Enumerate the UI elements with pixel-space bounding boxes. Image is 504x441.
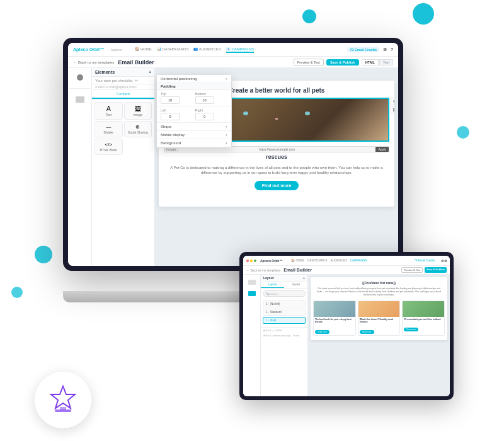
email-subtitle: A Pet Co <info@apteco.com> — [95, 85, 137, 89]
apply-button[interactable]: Apply — [375, 147, 389, 152]
email-template-name: Your new pet checklist — [95, 79, 132, 83]
nav-campaigns[interactable]: 📧 CAMPAIGNS — [226, 47, 254, 53]
top-label: Top — [161, 92, 193, 96]
top-nav: Apteco Orbit™ Apteco 🏠 HOME 📊 DASHBOARDS… — [68, 43, 398, 57]
rescue-text: rescues — [266, 154, 287, 160]
bottom-label: Bottom — [195, 92, 228, 96]
positioning-dropdown[interactable]: Horizontal positioning ▾ — [157, 75, 231, 83]
social-label: Social Sharing — [128, 130, 148, 134]
small-nav-home[interactable]: 🏠 HOME — [291, 259, 304, 262]
html-icon: </> — [105, 142, 112, 147]
minimize-dot[interactable] — [250, 260, 253, 262]
shape-chevron-icon: ▾ — [226, 125, 227, 129]
small-tab-layout[interactable]: Layout — [261, 282, 284, 288]
preview-button[interactable]: Preview & Text — [294, 59, 324, 66]
small-settings-icon[interactable]: ⚙ ⚙ — [441, 259, 447, 263]
nav-dashboards[interactable]: 📊 DASHBOARDS — [157, 47, 189, 53]
layout-item-3[interactable]: 1 - Inset — [263, 317, 306, 324]
image-toolbar: ⧉ 🗑 — [391, 98, 394, 113]
layout-item-1[interactable]: 1 - (No left) — [263, 301, 306, 307]
elements-icon-shape — [76, 96, 84, 103]
html-label: HTML Block — [100, 148, 117, 152]
padding-right-input[interactable] — [195, 113, 214, 120]
nav-home[interactable]: 🏠 HOME — [135, 47, 152, 53]
small-card-btn-1[interactable]: Read more — [315, 330, 329, 334]
elements-panel-header: Elements + — [92, 68, 154, 77]
small-icon-shape-2 — [248, 291, 256, 296]
tab-html[interactable]: HTML — [362, 59, 379, 66]
small-sub-header: ← Back to my templates Email Builder Pre… — [243, 266, 450, 275]
small-horizontal-label: A Pet Co Horizontal logo - footer — [261, 333, 307, 338]
small-publish-btn[interactable]: Save & Publish — [425, 267, 447, 273]
sidebar-divider — [69, 88, 90, 89]
tab-text[interactable]: Text — [379, 59, 393, 66]
laptop-screen-bezel: Apteco Orbit™ Apteco 🏠 HOME 📊 DASHBOARDS… — [63, 38, 403, 271]
padding-top-field: Top — [161, 92, 193, 104]
background-label: Background — [161, 141, 181, 145]
small-tab-saved[interactable]: Saved — [284, 282, 307, 288]
sidebar-elements-icon[interactable] — [71, 93, 89, 106]
window-controls — [246, 260, 256, 262]
small-sidebar-icon-1[interactable] — [244, 277, 260, 288]
small-nav-campaigns[interactable]: CAMPAIGNS — [350, 259, 367, 262]
element-divider[interactable]: — Divider — [94, 121, 123, 137]
add-icon[interactable]: + — [149, 70, 151, 74]
close-dot[interactable] — [246, 260, 249, 262]
publish-button[interactable]: Save & Publish — [326, 59, 359, 66]
shape-dropdown[interactable]: Shape ▾ — [157, 123, 231, 131]
element-social[interactable]: ⊕ Social Sharing — [124, 121, 152, 137]
element-image[interactable]: 🖼 Image — [124, 102, 152, 120]
small-card-btn-3[interactable]: Read more — [404, 328, 418, 331]
small-back-btn[interactable]: ← Back to my templates — [246, 268, 280, 272]
small-search-bar[interactable]: 🔍 Search... — [263, 290, 306, 297]
small-panel-tabs: Layout Saved — [261, 282, 307, 289]
padding-top-bottom-row: Top Bottom — [157, 90, 231, 106]
settings-icon[interactable]: ⚙ — [383, 47, 387, 52]
tablet-bezel: Apteco Orbit™ 🏠 HOME DASHBOARDS AUDIENCE… — [239, 252, 454, 400]
cat-nose — [275, 118, 278, 120]
email-title-row: Your new pet checklist ✏ — [92, 77, 154, 84]
element-text[interactable]: A Text — [94, 102, 123, 120]
left-label: Left — [161, 108, 193, 112]
padding-top-input[interactable] — [161, 96, 180, 104]
tablet-mockup: Apteco Orbit™ 🏠 HOME DASHBOARDS AUDIENCE… — [239, 252, 454, 403]
divider-icon: — — [106, 124, 111, 130]
small-panel-title: Layout — [263, 276, 273, 280]
padding-left-input[interactable] — [161, 113, 180, 120]
small-sidebar-icon-2[interactable] — [244, 288, 260, 299]
layout-item-2[interactable]: 1 - Standard — [263, 309, 306, 316]
small-card-title-1: The best beds for your sleepy best frien… — [314, 317, 355, 324]
cat-eye-left — [243, 112, 248, 115]
tablet-screen: Apteco Orbit™ 🏠 HOME DASHBOARDS AUDIENCE… — [243, 256, 450, 396]
image-toolbar-copy[interactable]: ⧉ — [391, 98, 394, 105]
small-card-img-2 — [358, 301, 400, 317]
edit-icon[interactable]: ✏ — [135, 79, 138, 83]
padding-bottom-input[interactable] — [195, 96, 214, 104]
badge-inner — [47, 383, 79, 417]
page-title: Email Builder — [118, 59, 154, 66]
small-card-btn-2[interactable]: Read more — [360, 330, 374, 334]
help-icon[interactable]: ? — [391, 47, 393, 52]
sub-header: ← Back to my templates Email Builder Pre… — [68, 57, 398, 68]
panel-tabs: Content — [92, 90, 154, 100]
mobile-display-dropdown[interactable]: Mobile display ▾ — [157, 131, 231, 139]
social-icon: ⊕ — [135, 124, 140, 130]
small-add-icon[interactable]: + — [303, 276, 305, 280]
svg-rect-2 — [60, 407, 66, 410]
background-dropdown[interactable]: Background ▾ — [157, 139, 231, 147]
nav-audiences[interactable]: 👥 AUDIENCES — [193, 47, 220, 53]
back-button[interactable]: ← Back to my templates — [73, 60, 114, 64]
text-label: Text — [106, 113, 112, 117]
small-nav-audiences[interactable]: AUDIENCES — [331, 259, 347, 262]
main-content-area: Elements + Your new pet checklist ✏ A Pe… — [68, 68, 398, 266]
sidebar-settings-icon[interactable] — [71, 71, 89, 84]
small-preview-btn[interactable]: Preview & Text — [401, 267, 423, 273]
cta-button[interactable]: Find out more — [255, 181, 299, 190]
small-nav-dashboards[interactable]: DASHBOARDS — [307, 259, 328, 262]
tab-content[interactable]: Content — [92, 90, 154, 99]
decorative-dot-5 — [11, 287, 23, 298]
image-toolbar-delete[interactable]: 🗑 — [391, 106, 394, 113]
element-html[interactable]: </> HTML Block — [94, 139, 123, 155]
maximize-dot[interactable] — [254, 260, 256, 262]
small-search-input[interactable]: Search... — [269, 292, 279, 295]
